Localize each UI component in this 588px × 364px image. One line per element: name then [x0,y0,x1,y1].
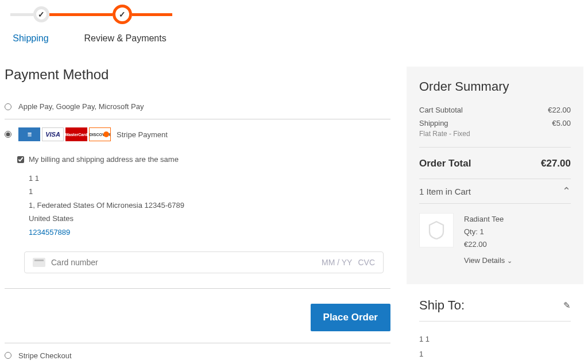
progress-connector [10,13,33,16]
method-label: Stripe Checkout [18,351,72,360]
addr-phone[interactable]: 1234557889 [29,226,390,239]
chevron-up-icon: ⌃ [562,185,571,198]
card-cvc[interactable]: CVC [358,258,375,267]
shipto-title: Ship To: [419,298,465,313]
subtotal-label: Cart Subtotal [419,106,463,114]
item-price: €22.00 [464,238,512,251]
shipping-sub: Flat Rate - Fixed [419,130,470,138]
view-details-toggle[interactable]: View Details ⌄ [464,254,512,267]
card-number-field[interactable] [51,258,322,267]
progress-connector [49,13,113,16]
progress-connector [132,13,172,16]
visa-icon: VISA [42,127,64,141]
method-label: Stripe Payment [117,130,168,139]
addr-name: 1 1 [29,172,390,185]
billing-same-checkbox[interactable] [17,156,24,163]
review-step-label: Review & Payments [84,33,167,44]
card-brand-icons: ☰ VISA MasterCard DISCOVER [18,127,111,141]
payment-method-apple-google-ms[interactable]: Apple Pay, Google Pay, Microsoft Pay [5,94,390,119]
addr-line2: 1, Federated States Of Micronesia 12345-… [29,199,390,212]
placeholder-icon [426,220,447,241]
item-qty: Qty: 1 [464,226,512,238]
billing-section: My billing and shipping address are the … [5,149,390,289]
total-value: €27.00 [541,158,571,169]
divider [419,147,571,148]
amex-icon: ☰ [18,127,40,141]
addr-line2: 1, Federated States Of Micronesia 12345-… [419,362,571,364]
subtotal-value: €22.00 [548,106,571,114]
edit-icon[interactable]: ✎ [563,300,571,311]
card-mmyy[interactable]: MM / YY [322,258,352,267]
payment-heading: Payment Method [5,67,390,83]
payment-method-stripe[interactable]: ☰ VISA MasterCard DISCOVER Stripe Paymen… [5,119,390,149]
review-step-circle[interactable]: ✓ [113,5,132,24]
addr-country: United States [29,212,390,225]
addr-line1: 1 [419,347,571,362]
total-label: Order Total [419,158,471,169]
shipping-value: €5.00 [552,119,571,127]
billing-same-label: My billing and shipping address are the … [29,155,179,164]
radio-stripe-payment[interactable] [5,131,11,138]
cart-items-toggle[interactable]: 1 Item in Cart ⌃ [419,179,571,204]
discover-icon: DISCOVER [89,127,111,141]
check-icon: ✓ [38,10,45,19]
chevron-down-icon: ⌄ [507,257,512,264]
cart-count: 1 Item in Cart [419,187,471,196]
summary-title: Order Summary [419,79,571,94]
addr-name: 1 1 [419,332,571,347]
check-icon: ✓ [119,10,126,19]
billing-address: 1 1 1 1, Federated States Of Micronesia … [17,172,390,239]
item-thumbnail [419,213,454,247]
order-summary: Order Summary Cart Subtotal €22.00 Shipp… [407,67,583,284]
shipping-label: Shipping [419,119,448,127]
card-icon [33,258,45,267]
radio-stripe-checkout[interactable] [5,352,11,359]
addr-line1: 1 [29,185,390,198]
sidebar: Order Summary Cart Subtotal €22.00 Shipp… [407,67,583,364]
card-input[interactable]: MM / YY CVC [24,251,384,273]
mastercard-icon: MasterCard [65,127,87,141]
place-order-button[interactable]: Place Order [311,304,390,331]
shipto-address: 1 1 1 1, Federated States Of Micronesia … [419,332,571,364]
ship-to-section: Ship To: ✎ 1 1 1 1, Federated States Of … [407,298,583,364]
radio-apple-google-ms[interactable] [5,103,11,110]
method-label: Apple Pay, Google Pay, Microsoft Pay [18,102,144,111]
shipping-step-label[interactable]: Shipping [13,33,48,44]
payment-method-stripe-checkout[interactable]: Stripe Checkout [5,343,390,364]
item-name: Radiant Tee [464,213,512,226]
shipping-step-circle[interactable]: ✓ [33,6,49,22]
cart-item: Radiant Tee Qty: 1 €22.00 View Details ⌄ [419,204,571,267]
checkout-progress: ✓ ✓ Shipping Review & Payments [5,5,583,44]
payment-main: Payment Method Apple Pay, Google Pay, Mi… [5,67,390,364]
